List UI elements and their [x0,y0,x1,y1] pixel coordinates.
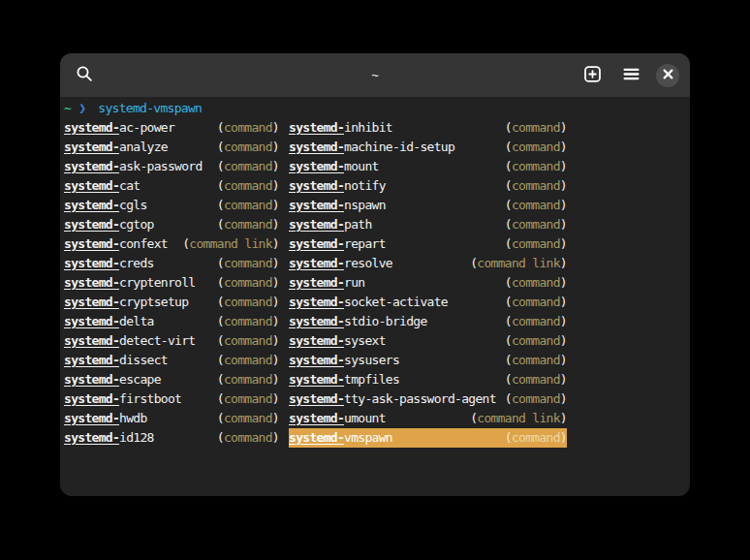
completion-row: systemd-cryptenroll(command)systemd-run(… [64,273,686,293]
completion-row: systemd-analyze(command)systemd-machine-… [64,138,686,157]
completion-item: systemd-tty-ask-password-agent(command) [289,389,567,409]
completion-item: systemd-socket-activate(command) [289,293,567,312]
headerbar[interactable]: ~ [60,53,690,97]
menu-button[interactable] [617,62,644,89]
completion-row: systemd-detect-virt(command)systemd-syse… [64,331,686,351]
completion-item: systemd-umount(command link) [289,409,567,428]
completion-item: systemd-stdio-bridge(command) [289,312,567,331]
new-tab-button[interactable] [578,62,606,89]
prompt-symbol: ❯ [78,99,85,118]
completion-item: systemd-run(command) [289,273,567,293]
completion-item: systemd-detect-virt(command) [64,331,279,351]
completion-row: systemd-confext(command link)systemd-rep… [64,234,686,254]
completion-row: systemd-id128(command)systemd-vmspawn(co… [64,428,686,448]
completion-item: systemd-cgtop(command) [64,215,279,234]
completion-row: systemd-cat(command)systemd-notify(comma… [64,176,686,196]
completion-item: systemd-sysext(command) [289,331,567,351]
completion-row: systemd-cgls(command)systemd-nspawn(comm… [64,196,686,215]
completion-row: systemd-hwdb(command)systemd-umount(comm… [64,409,686,428]
completion-item-selected: systemd-vmspawn(command) [289,428,567,448]
prompt-command: systemd-vmspawn [98,99,202,118]
completion-item: systemd-machine-id-setup(command) [289,138,567,157]
terminal-screen[interactable]: ~ ❯ systemd-vmspawn systemd-ac-power(com… [60,97,690,450]
prompt-line: ~ ❯ systemd-vmspawn [64,99,686,118]
completion-item: systemd-tmpfiles(command) [289,370,567,389]
completion-item: systemd-repart(command) [289,234,567,254]
completion-item: systemd-hwdb(command) [64,409,279,428]
completion-item: systemd-escape(command) [64,370,279,389]
completion-row: systemd-delta(command)systemd-stdio-brid… [64,312,686,331]
search-button[interactable] [71,62,98,89]
completion-item: systemd-dissect(command) [64,351,279,370]
completion-item: systemd-ask-password(command) [64,157,279,176]
completion-item: systemd-cgls(command) [64,196,279,215]
completion-item: systemd-analyze(command) [64,138,279,157]
completion-row: systemd-ac-power(command)systemd-inhibit… [64,118,686,138]
desktop-background: ~ [0,0,750,560]
completion-row: systemd-creds(command)systemd-resolve(co… [64,254,686,273]
completion-item: systemd-confext(command link) [64,234,279,254]
completion-item: systemd-delta(command) [64,312,279,331]
close-icon [663,68,673,82]
completion-row: systemd-firstboot(command)systemd-tty-as… [64,389,686,409]
header-controls [578,62,679,89]
menu-icon [622,65,641,86]
completion-item: systemd-ac-power(command) [64,118,279,138]
search-icon [76,65,94,86]
completion-row: systemd-ask-password(command)systemd-mou… [64,157,686,176]
completion-item: systemd-sysusers(command) [289,351,567,370]
completion-item: systemd-mount(command) [289,157,567,176]
completion-item: systemd-cryptsetup(command) [64,293,279,312]
terminal-window: ~ [60,53,690,496]
completion-list: systemd-ac-power(command)systemd-inhibit… [64,118,686,448]
new-tab-icon [583,65,602,86]
completion-item: systemd-creds(command) [64,254,279,273]
completion-row: systemd-escape(command)systemd-tmpfiles(… [64,370,686,389]
close-button[interactable] [656,64,679,87]
completion-row: systemd-dissect(command)systemd-sysusers… [64,351,686,370]
completion-item: systemd-id128(command) [64,428,279,448]
completion-item: systemd-nspawn(command) [289,196,567,215]
completion-item: systemd-inhibit(command) [289,118,567,138]
completion-item: systemd-cat(command) [64,176,279,196]
completion-item: systemd-path(command) [289,215,567,234]
completion-item: systemd-notify(command) [289,176,567,196]
prompt-cwd: ~ [64,99,71,118]
completion-item: systemd-firstboot(command) [64,389,279,409]
completion-item: systemd-cryptenroll(command) [64,273,279,293]
completion-row: systemd-cryptsetup(command)systemd-socke… [64,293,686,312]
completion-row: systemd-cgtop(command)systemd-path(comma… [64,215,686,234]
completion-item: systemd-resolve(command link) [289,254,567,273]
